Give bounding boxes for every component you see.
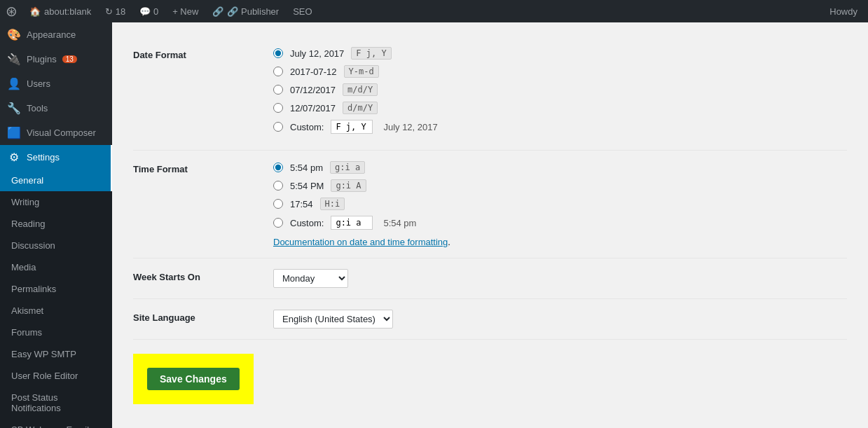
sidebar-item-plugins[interactable]: 🔌 Plugins 13 (0, 47, 112, 71)
date-label-custom[interactable]: Custom: (290, 122, 324, 132)
time-radio-0[interactable] (273, 163, 283, 172)
time-label-0[interactable]: 5:54 pm (290, 163, 323, 173)
sidebar-item-appearance[interactable]: 🎨 Appearance (0, 22, 112, 47)
time-label-custom[interactable]: Custom: (290, 218, 324, 228)
week-starts-row: Week Starts On Sunday Monday Tuesday Wed… (133, 258, 847, 299)
time-option-custom: Custom: 5:54 pm (273, 216, 847, 230)
time-label-1[interactable]: 5:54 PM (290, 181, 324, 191)
sidebar-item-label: Tools (27, 103, 48, 113)
week-starts-select[interactable]: Sunday Monday Tuesday Wednesday Thursday… (273, 269, 348, 288)
sidebar-item-label: Settings (27, 152, 60, 163)
date-label-1[interactable]: 2017-07-12 (290, 67, 337, 77)
time-radio-custom[interactable] (273, 218, 283, 228)
date-tag-3: d/m/Y (343, 102, 378, 114)
date-option-custom: Custom: July 12, 2017 (273, 120, 847, 134)
site-language-select[interactable]: English (United States) English (UK) Esp… (273, 310, 393, 329)
submenu-forums[interactable]: Forums (0, 322, 112, 343)
time-format-options: 5:54 pm g:i a 5:54 PM g:i A 17:54 H:i Cu… (273, 161, 847, 247)
submenu-sb-welcome-email[interactable]: SB Welcome Email (0, 419, 112, 428)
discussion-label: Discussion (11, 240, 55, 251)
publisher-link[interactable]: 🔗 🔗 Publisher (205, 0, 286, 22)
doc-link-container: Documentation on date and time formattin… (273, 237, 847, 247)
submenu-akismet[interactable]: Akismet (0, 300, 112, 322)
new-link[interactable]: + New (165, 0, 205, 22)
sidebar-item-tools[interactable]: 🔧 Tools (0, 96, 112, 120)
sidebar-item-label: Plugins (27, 54, 57, 64)
date-radio-0[interactable] (273, 48, 283, 58)
date-label-3[interactable]: 12/07/2017 (290, 103, 336, 113)
submenu-easy-wp-smtp[interactable]: Easy WP SMTP (0, 343, 112, 365)
submenu-reading[interactable]: Reading (0, 213, 112, 235)
date-tag-1: Y-m-d (344, 65, 379, 78)
appearance-icon: 🎨 (7, 28, 21, 41)
week-starts-label: Week Starts On (133, 269, 273, 282)
date-format-options: July 12, 2017 F j, Y 2017-07-12 Y-m-d 07… (273, 47, 847, 139)
sidebar-item-label: Users (27, 78, 50, 89)
seo-link[interactable]: SEO (286, 0, 319, 22)
date-label-0[interactable]: July 12, 2017 (290, 48, 344, 59)
users-icon: 👤 (7, 77, 21, 90)
date-radio-1[interactable] (273, 67, 283, 76)
date-option-2: 07/12/2017 m/d/Y (273, 83, 847, 96)
permalinks-label: Permalinks (11, 284, 56, 294)
submenu-general[interactable]: General (0, 170, 112, 191)
time-label-2[interactable]: 17:54 (290, 199, 313, 209)
site-language-content: English (United States) English (UK) Esp… (273, 310, 847, 329)
save-area: Save Changes (133, 354, 254, 404)
main-content: Date Format July 12, 2017 F j, Y 2017-07… (112, 22, 868, 428)
date-custom-preview: July 12, 2017 (383, 122, 437, 132)
sidebar-item-settings[interactable]: ⚙ Settings (0, 145, 112, 170)
submenu-media[interactable]: Media (0, 256, 112, 278)
submenu-permalinks[interactable]: Permalinks (0, 278, 112, 300)
sidebar: 🎨 Appearance 🔌 Plugins 13 👤 Users 🔧 Tool… (0, 22, 112, 428)
date-format-label: Date Format (133, 47, 273, 60)
date-custom-input[interactable] (331, 120, 373, 134)
sidebar-item-visual-composer[interactable]: 🟦 Visual Composer (0, 120, 112, 145)
date-format-row: Date Format July 12, 2017 F j, Y 2017-07… (133, 36, 847, 151)
top-bar: ⊛ 🏠 about:blank ↻ 18 💬 0 + New 🔗 🔗 Publi… (0, 0, 868, 22)
time-tag-0: g:i a (330, 161, 365, 174)
save-button[interactable]: Save Changes (147, 368, 240, 390)
visual-composer-icon: 🟦 (7, 126, 21, 139)
settings-submenu: General Writing Reading Discussion Media… (0, 170, 112, 428)
time-option-0: 5:54 pm g:i a (273, 161, 847, 174)
date-tag-2: m/d/Y (343, 83, 378, 96)
doc-link-period: . (448, 237, 450, 247)
submenu-user-role-editor[interactable]: User Role Editor (0, 365, 112, 387)
site-language-label: Site Language (133, 310, 273, 323)
wp-logo[interactable]: ⊛ (0, 0, 22, 22)
plugins-icon: 🔌 (7, 53, 21, 66)
forums-label: Forums (11, 327, 42, 338)
sb-welcome-email-label: SB Welcome Email (11, 424, 89, 428)
time-radio-2[interactable] (273, 199, 283, 209)
date-radio-2[interactable] (273, 85, 283, 95)
date-tag-0: F j, Y (351, 47, 391, 60)
time-option-2: 17:54 H:i (273, 198, 847, 210)
time-format-label: Time Format (133, 161, 273, 174)
howdy-label: Howdy (829, 6, 868, 17)
comments-link[interactable]: 💬 0 (132, 0, 165, 22)
sidebar-item-users[interactable]: 👤 Users (0, 71, 112, 96)
submenu-writing[interactable]: Writing (0, 191, 112, 213)
date-option-0: July 12, 2017 F j, Y (273, 47, 847, 60)
user-role-editor-label: User Role Editor (11, 371, 78, 381)
plugins-badge: 13 (62, 55, 77, 63)
date-label-2[interactable]: 07/12/2017 (290, 85, 336, 95)
sidebar-item-label: Appearance (27, 29, 76, 40)
tools-icon: 🔧 (7, 102, 21, 115)
updates-link[interactable]: ↻ 18 (98, 0, 132, 22)
akismet-label: Akismet (11, 305, 43, 316)
time-option-1: 5:54 PM g:i A (273, 179, 847, 192)
time-custom-preview: 5:54 pm (383, 218, 416, 228)
time-radio-1[interactable] (273, 181, 283, 191)
submenu-discussion[interactable]: Discussion (0, 235, 112, 256)
site-link[interactable]: 🏠 about:blank (22, 0, 98, 22)
date-radio-3[interactable] (273, 103, 283, 113)
doc-link[interactable]: Documentation on date and time formattin… (273, 237, 448, 247)
time-custom-input[interactable] (331, 216, 373, 230)
submenu-post-status-notifications[interactable]: Post Status Notifications (0, 387, 112, 419)
date-radio-custom[interactable] (273, 122, 283, 132)
time-format-row: Time Format 5:54 pm g:i a 5:54 PM g:i A … (133, 151, 847, 258)
post-status-notifications-label: Post Status Notifications (11, 392, 105, 413)
date-option-3: 12/07/2017 d/m/Y (273, 102, 847, 114)
